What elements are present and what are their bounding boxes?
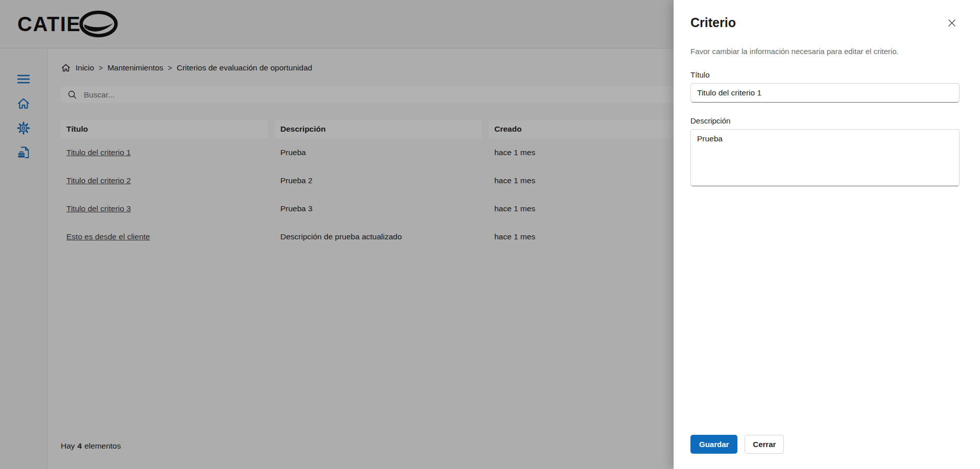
descripcion-textarea[interactable]: Prueba xyxy=(690,129,960,186)
drawer-subtitle: Favor cambiar la información necesaria p… xyxy=(690,46,960,57)
app-root: CATIE xyxy=(0,0,980,469)
titulo-field-label: Título xyxy=(690,70,960,79)
drawer-close-button[interactable] xyxy=(944,15,960,31)
drawer-title: Criterio xyxy=(690,14,736,31)
titulo-input[interactable] xyxy=(690,83,960,103)
close-icon xyxy=(946,17,958,29)
descripcion-field-label: Descripción xyxy=(690,116,960,125)
drawer-footer: Guardar Cerrar xyxy=(690,435,784,454)
save-button[interactable]: Guardar xyxy=(690,435,737,454)
criterio-drawer: Criterio Favor cambiar la información ne… xyxy=(674,0,980,469)
drawer-header: Criterio xyxy=(690,0,960,31)
close-button[interactable]: Cerrar xyxy=(745,435,784,454)
